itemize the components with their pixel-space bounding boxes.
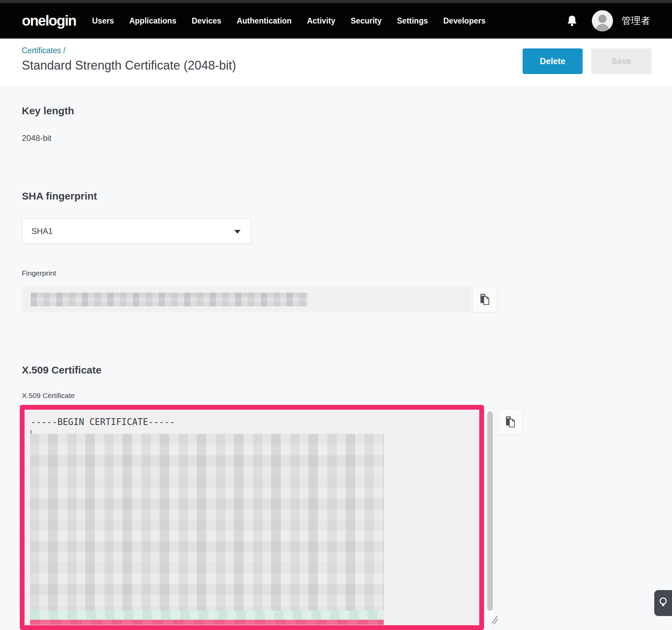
avatar-head-shape bbox=[598, 15, 607, 23]
bell-icon[interactable] bbox=[567, 15, 578, 27]
resize-grip-icon[interactable] bbox=[490, 613, 499, 626]
nav-item-settings[interactable]: Settings bbox=[397, 16, 428, 26]
lightbulb-icon bbox=[659, 597, 668, 610]
nav-item-security[interactable]: Security bbox=[351, 16, 382, 26]
nav-item-developers[interactable]: Developers bbox=[443, 16, 486, 26]
navbar-right: 管理者 bbox=[567, 3, 672, 39]
page-header: Certificates / Standard Strength Certifi… bbox=[0, 39, 672, 86]
chevron-down-icon bbox=[234, 230, 240, 234]
save-button[interactable]: Save bbox=[591, 48, 652, 74]
breadcrumb[interactable]: Certificates / bbox=[22, 46, 65, 55]
avatar-body-shape bbox=[596, 24, 609, 31]
certificate-redacted-row-mint bbox=[30, 611, 384, 620]
nav-item-devices[interactable]: Devices bbox=[192, 16, 221, 26]
certificate-begin-line: -----BEGIN CERTIFICATE----- bbox=[31, 417, 175, 427]
copy-fingerprint-button[interactable] bbox=[472, 287, 497, 312]
x509-certificate-textarea[interactable]: -----BEGIN CERTIFICATE----- bbox=[25, 410, 479, 625]
fingerprint-field[interactable] bbox=[22, 287, 471, 312]
onelogin-certificate-page: { "navbar": { "logo": "onelogin", "items… bbox=[0, 0, 672, 630]
page-title: Standard Strength Certificate (2048-bit) bbox=[22, 58, 236, 73]
sha-algorithm-select[interactable]: SHA1 bbox=[22, 219, 251, 244]
nav-menu: Users Applications Devices Authenticatio… bbox=[92, 16, 486, 26]
fingerprint-label: Fingerprint bbox=[22, 269, 56, 277]
fingerprint-redacted-value bbox=[31, 293, 308, 306]
x509-label: X.509 Certificate bbox=[22, 392, 75, 400]
x509-highlight-box: -----BEGIN CERTIFICATE----- bbox=[20, 405, 484, 630]
help-tips-button[interactable] bbox=[654, 590, 672, 616]
nav-item-activity[interactable]: Activity bbox=[307, 16, 335, 26]
key-length-value: 2048-bit bbox=[22, 133, 52, 143]
copy-icon bbox=[506, 416, 516, 428]
onelogin-logo[interactable]: onelogin bbox=[22, 13, 76, 29]
copy-certificate-button[interactable] bbox=[498, 409, 523, 435]
sha-algorithm-selected-value: SHA1 bbox=[31, 226, 53, 236]
key-length-heading: Key length bbox=[22, 105, 74, 117]
nav-item-users[interactable]: Users bbox=[92, 16, 114, 26]
certificate-redacted-row-pink bbox=[30, 620, 384, 625]
certificate-redacted-body bbox=[30, 434, 384, 611]
sha-fingerprint-heading: SHA fingerprint bbox=[22, 190, 97, 202]
copy-icon bbox=[480, 293, 490, 306]
nav-item-applications[interactable]: Applications bbox=[129, 16, 176, 26]
delete-button[interactable]: Delete bbox=[523, 48, 583, 74]
x509-heading: X.509 Certificate bbox=[22, 364, 101, 376]
nav-item-authentication[interactable]: Authentication bbox=[237, 16, 292, 26]
user-menu-label[interactable]: 管理者 bbox=[622, 14, 650, 27]
user-avatar[interactable] bbox=[592, 10, 613, 31]
textarea-scrollbar-track[interactable] bbox=[486, 408, 494, 625]
window-top-strip bbox=[0, 0, 672, 3]
textarea-scrollbar-thumb[interactable] bbox=[487, 411, 493, 611]
main-navbar: onelogin Users Applications Devices Auth… bbox=[0, 3, 672, 39]
